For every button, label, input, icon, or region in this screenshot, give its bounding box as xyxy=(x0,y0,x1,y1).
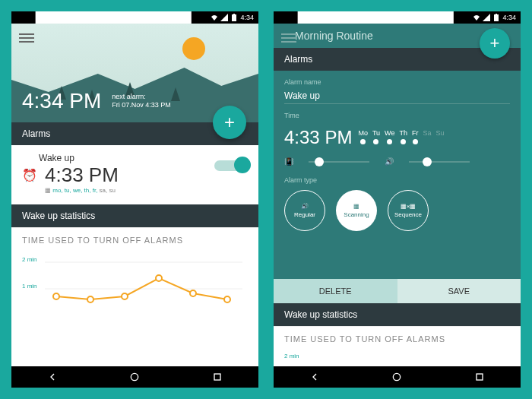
signal-icon xyxy=(483,14,490,21)
stats-header: Wake up statistics xyxy=(274,303,521,326)
svg-point-6 xyxy=(87,296,93,302)
svg-rect-12 xyxy=(214,374,220,380)
phone-right: 4:34 Morning Routine + Alarms Alarm name… xyxy=(274,11,521,388)
alarm-days: ▦ mo, tu, we, th, fr, sa, su xyxy=(45,187,248,194)
chart-title: TIME USED TO TURN OFF ALARMS xyxy=(11,227,258,252)
svg-rect-2 xyxy=(233,14,235,14)
home-button[interactable] xyxy=(391,371,403,383)
save-button[interactable]: SAVE xyxy=(397,279,521,303)
home-button[interactable] xyxy=(128,371,141,383)
header: Morning Routine + xyxy=(274,24,521,48)
alarm-name-label: Alarm name xyxy=(284,78,510,86)
alarm-type-label: Alarm type xyxy=(284,176,510,184)
recents-button[interactable] xyxy=(473,371,486,383)
status-time: 4:34 xyxy=(502,14,516,21)
alarms-header: Alarms + xyxy=(11,122,258,145)
svg-point-16 xyxy=(394,373,401,380)
wifi-icon xyxy=(473,14,480,21)
alarm-toggle[interactable] xyxy=(214,160,248,171)
alarm-clock-icon: ⏰ xyxy=(22,168,37,182)
back-button[interactable] xyxy=(309,371,321,383)
vibrate-icon: 📳 xyxy=(284,157,293,166)
alarm-name-input[interactable] xyxy=(284,88,510,104)
add-alarm-button[interactable]: + xyxy=(480,28,510,59)
volume-icon: 🔊 xyxy=(385,157,394,166)
wifi-icon xyxy=(211,14,218,21)
type-scanning[interactable]: ▦Scanning xyxy=(336,190,377,231)
current-time: 4:34 PM xyxy=(22,89,101,113)
recents-button[interactable] xyxy=(211,371,223,383)
android-navbar xyxy=(11,366,258,388)
phone-left: 4:34 4:34 PM next alarm: Fri 07.Nov 4:33… xyxy=(11,11,258,388)
svg-rect-17 xyxy=(477,374,483,380)
svg-point-10 xyxy=(224,296,230,302)
stats-header: Wake up statistics xyxy=(11,204,258,227)
svg-rect-15 xyxy=(496,14,497,14)
type-regular[interactable]: 🔊Regular xyxy=(284,190,325,231)
svg-rect-14 xyxy=(494,14,499,21)
status-bar: 4:34 xyxy=(274,11,521,24)
svg-point-11 xyxy=(131,373,138,380)
line-chart xyxy=(45,258,242,319)
back-button[interactable] xyxy=(46,371,59,383)
page-title: Morning Routine xyxy=(295,30,373,42)
svg-point-5 xyxy=(53,293,59,299)
signal-icon xyxy=(220,14,228,21)
next-alarm: next alarm: Fri 07.Nov 4:33 PM xyxy=(112,93,171,110)
alarm-card[interactable]: Wake up ⏰ 4:33 PM ▦ mo, tu, we, th, fr, … xyxy=(11,145,258,204)
type-sequence[interactable]: ▦×▦Sequence xyxy=(388,190,429,231)
time-label: Time xyxy=(284,112,510,119)
delete-button[interactable]: DELETE xyxy=(274,279,397,303)
svg-rect-1 xyxy=(232,14,236,21)
sun-icon xyxy=(182,37,205,60)
battery-icon xyxy=(492,14,500,21)
alarm-time: 4:33 PM xyxy=(45,163,119,187)
day-selector[interactable]: Mo Tu We Th Fr Sa Su xyxy=(358,129,444,147)
svg-point-8 xyxy=(156,275,162,281)
menu-button[interactable] xyxy=(19,31,34,45)
status-bar: 4:34 xyxy=(11,11,258,24)
menu-button[interactable] xyxy=(281,31,296,45)
svg-point-7 xyxy=(122,293,128,299)
chart-title: TIME USED TO TURN OFF ALARMS xyxy=(274,326,521,351)
add-alarm-button[interactable]: + xyxy=(213,106,246,139)
chart: 2 min 1 min xyxy=(11,252,258,366)
svg-point-9 xyxy=(190,290,196,296)
volume-slider[interactable] xyxy=(409,161,470,163)
time-picker[interactable]: 4:33 PM xyxy=(284,127,352,148)
battery-icon xyxy=(230,14,238,21)
android-navbar xyxy=(274,366,521,388)
vibrate-slider[interactable] xyxy=(309,161,369,163)
status-time: 4:34 xyxy=(240,14,254,21)
